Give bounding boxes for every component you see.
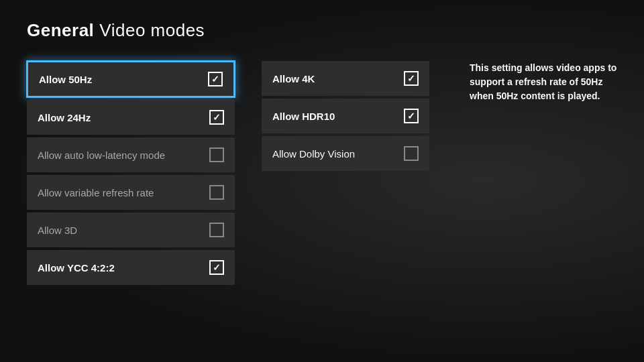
- setting-row-allow-3d[interactable]: Allow 3D: [27, 213, 235, 247]
- setting-label-allow-3d: Allow 3D: [38, 225, 77, 236]
- info-panel: This setting allows video apps to suppor…: [456, 61, 617, 103]
- setting-row-allow-50hz[interactable]: Allow 50Hz: [27, 61, 235, 97]
- checkbox-allow-ycc[interactable]: [209, 260, 224, 275]
- checkbox-allow-50hz[interactable]: [208, 72, 223, 86]
- left-column: Allow 50HzAllow 24HzAllow auto low-laten…: [27, 61, 235, 285]
- title-light: Video modes: [99, 20, 205, 40]
- page-title: GeneralVideo modes: [27, 20, 617, 41]
- setting-row-allow-4k[interactable]: Allow 4K: [262, 61, 429, 96]
- checkbox-allow-variable-refresh[interactable]: [209, 185, 224, 200]
- page-wrapper: GeneralVideo modes Allow 50HzAllow 24HzA…: [0, 0, 644, 362]
- page-header: GeneralVideo modes: [27, 20, 617, 41]
- setting-label-allow-4k: Allow 4K: [272, 73, 315, 84]
- setting-row-allow-ycc[interactable]: Allow YCC 4:2:2: [27, 250, 235, 285]
- info-text: This setting allows video apps to suppor…: [470, 61, 617, 103]
- setting-label-allow-ycc: Allow YCC 4:2:2: [38, 262, 115, 274]
- checkbox-allow-4k[interactable]: [404, 71, 419, 86]
- setting-label-allow-variable-refresh: Allow variable refresh rate: [38, 187, 154, 198]
- setting-row-allow-auto-low-latency[interactable]: Allow auto low-latency mode: [27, 137, 235, 172]
- setting-row-allow-hdr10[interactable]: Allow HDR10: [262, 99, 429, 133]
- checkbox-allow-hdr10[interactable]: [404, 109, 419, 123]
- setting-label-allow-auto-low-latency: Allow auto low-latency mode: [38, 149, 165, 161]
- setting-row-allow-dolby-vision[interactable]: Allow Dolby Vision: [262, 136, 429, 171]
- checkbox-allow-dolby-vision[interactable]: [404, 146, 419, 161]
- setting-row-allow-24hz[interactable]: Allow 24Hz: [27, 100, 235, 135]
- title-bold: General: [27, 20, 94, 40]
- setting-label-allow-dolby-vision: Allow Dolby Vision: [272, 148, 355, 160]
- checkbox-allow-auto-low-latency[interactable]: [209, 147, 224, 162]
- checkbox-allow-3d[interactable]: [209, 223, 224, 237]
- setting-label-allow-50hz: Allow 50Hz: [39, 74, 92, 85]
- right-column: Allow 4KAllow HDR10Allow Dolby Vision: [262, 61, 429, 171]
- setting-label-allow-hdr10: Allow HDR10: [272, 111, 335, 122]
- checkbox-allow-24hz[interactable]: [209, 110, 224, 125]
- setting-label-allow-24hz: Allow 24Hz: [38, 112, 91, 123]
- setting-row-allow-variable-refresh[interactable]: Allow variable refresh rate: [27, 175, 235, 210]
- content-area: Allow 50HzAllow 24HzAllow auto low-laten…: [27, 61, 617, 285]
